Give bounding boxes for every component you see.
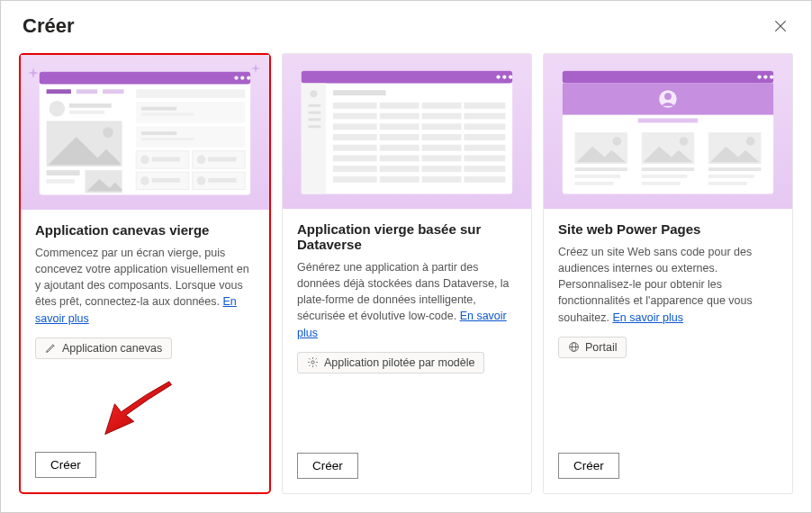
svg-rect-83 <box>642 182 681 185</box>
svg-rect-49 <box>309 125 321 128</box>
card-power-pages: Site web Power Pages Créez un site Web s… <box>543 53 793 494</box>
tag-label: Application canevas <box>62 342 162 355</box>
svg-point-86 <box>746 137 755 146</box>
svg-rect-30 <box>208 157 236 161</box>
app-type-tag: Application pilotée par modèle <box>297 352 484 374</box>
svg-rect-8 <box>77 89 97 94</box>
card-body: Site web Power Pages Créez un site Web s… <box>544 209 792 453</box>
svg-point-29 <box>197 155 206 164</box>
card-thumbnail <box>283 54 531 209</box>
svg-point-74 <box>612 137 621 146</box>
card-footer: Créer <box>21 452 269 492</box>
model-driven-illustration <box>293 60 521 202</box>
create-button[interactable]: Créer <box>558 453 619 479</box>
tag-label: Application pilotée par modèle <box>324 356 474 369</box>
card-title: Application canevas vierge <box>35 222 255 238</box>
svg-point-41 <box>496 75 500 78</box>
card-canvas-app: Application canevas vierge Commencez par… <box>19 53 271 494</box>
svg-rect-3 <box>40 72 250 85</box>
svg-rect-11 <box>69 104 112 108</box>
card-description: Commencez par un écran vierge, puis conc… <box>35 245 255 327</box>
svg-rect-20 <box>136 89 245 98</box>
sparkle-icon <box>28 68 39 78</box>
svg-rect-64 <box>563 71 773 84</box>
svg-rect-40 <box>302 71 512 84</box>
tag-label: Portail <box>585 341 617 354</box>
svg-rect-88 <box>708 175 754 178</box>
card-body: Application vierge basée sur Dataverse G… <box>283 209 531 453</box>
svg-rect-44 <box>302 83 326 194</box>
portal-illustration <box>554 60 782 202</box>
svg-rect-48 <box>309 118 321 121</box>
svg-rect-19 <box>47 179 75 184</box>
svg-point-10 <box>50 101 66 117</box>
svg-rect-71 <box>638 118 698 122</box>
card-body: Application canevas vierge Commencez par… <box>21 210 269 452</box>
svg-rect-37 <box>141 131 176 135</box>
svg-point-15 <box>103 127 113 138</box>
svg-rect-35 <box>141 107 176 111</box>
svg-point-31 <box>140 176 149 185</box>
dialog-header: Créer <box>1 1 811 48</box>
close-icon <box>773 19 788 33</box>
svg-point-67 <box>770 75 773 78</box>
svg-rect-82 <box>642 175 688 178</box>
svg-rect-76 <box>574 175 620 178</box>
svg-rect-46 <box>309 104 321 107</box>
svg-rect-60 <box>420 103 422 184</box>
svg-rect-81 <box>642 167 695 171</box>
card-description-text: Commencez par un écran vierge, puis conc… <box>35 247 249 308</box>
card-footer: Créer <box>544 453 792 493</box>
dialog-title: Créer <box>23 14 74 38</box>
app-type-tag: Portail <box>558 337 627 358</box>
svg-rect-50 <box>333 90 386 95</box>
svg-point-62 <box>311 361 314 364</box>
card-description: Générez une application à partir des don… <box>297 259 517 341</box>
globe-icon <box>568 341 580 353</box>
close-button[interactable] <box>768 14 793 39</box>
learn-more-link[interactable]: En savoir plus <box>612 311 683 324</box>
svg-point-42 <box>502 75 506 78</box>
card-thumbnail <box>544 54 792 209</box>
svg-point-33 <box>197 176 206 185</box>
svg-rect-34 <box>208 178 236 183</box>
sparkle-icon <box>251 64 260 73</box>
svg-point-45 <box>311 90 318 97</box>
svg-rect-22 <box>136 126 245 147</box>
create-dialog: Créer <box>0 0 812 513</box>
svg-rect-28 <box>152 157 180 161</box>
gear-icon <box>307 356 319 368</box>
svg-rect-9 <box>103 89 123 94</box>
card-dataverse-app: Application vierge basée sur Dataverse G… <box>282 53 532 494</box>
svg-rect-75 <box>574 167 627 171</box>
svg-rect-12 <box>69 111 104 114</box>
svg-point-80 <box>680 137 689 146</box>
svg-point-43 <box>509 75 512 78</box>
pencil-icon <box>45 342 57 354</box>
svg-rect-61 <box>462 103 465 184</box>
card-title: Application vierge basée sur Dataverse <box>297 221 517 252</box>
card-thumbnail <box>21 55 269 210</box>
card-footer: Créer <box>283 453 531 493</box>
svg-rect-77 <box>574 182 613 185</box>
svg-rect-36 <box>141 113 194 116</box>
svg-point-70 <box>664 93 672 100</box>
svg-point-66 <box>763 75 767 78</box>
canvas-app-illustration <box>31 61 259 203</box>
svg-rect-59 <box>377 103 380 184</box>
svg-rect-32 <box>152 178 180 183</box>
svg-rect-18 <box>47 170 80 176</box>
svg-point-27 <box>140 155 149 164</box>
create-button[interactable]: Créer <box>297 453 358 479</box>
card-title: Site web Power Pages <box>558 221 778 237</box>
svg-rect-21 <box>136 102 245 122</box>
svg-point-4 <box>234 76 238 79</box>
card-description: Créez un site Web sans code pour des aud… <box>558 244 778 326</box>
card-grid: Application canevas vierge Commencez par… <box>1 48 811 508</box>
create-button[interactable]: Créer <box>35 452 96 478</box>
svg-rect-7 <box>47 89 71 94</box>
svg-point-65 <box>757 75 761 78</box>
app-type-tag: Application canevas <box>35 338 172 359</box>
svg-rect-38 <box>141 138 194 140</box>
svg-rect-39 <box>302 71 512 194</box>
